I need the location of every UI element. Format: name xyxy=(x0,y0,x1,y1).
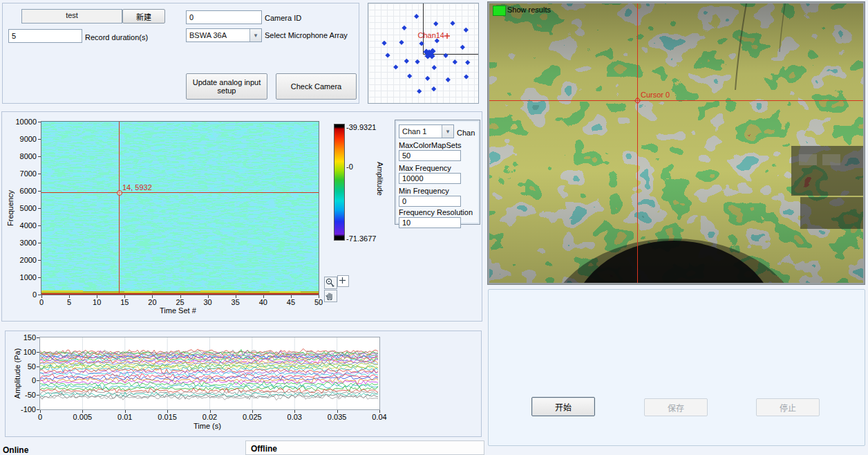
tick-mark xyxy=(152,295,153,298)
tick-mark xyxy=(38,295,41,295)
check-camera-button[interactable]: Check Camera xyxy=(276,73,357,100)
tick-mark xyxy=(38,156,41,157)
tick-mark xyxy=(125,410,126,413)
camera-cursor-vline[interactable] xyxy=(637,3,638,283)
tick-label: 0 xyxy=(31,298,52,306)
tick-mark xyxy=(263,295,264,298)
spectrogram-cursor-vline[interactable] xyxy=(119,122,120,295)
tick-mark xyxy=(37,352,39,353)
tick-label: 0.04 xyxy=(366,413,393,421)
tick-label: 15 xyxy=(114,298,135,306)
chan-dropdown[interactable]: Chan 1 ▾ xyxy=(399,124,454,138)
chevron-down-icon[interactable]: ▾ xyxy=(249,29,261,41)
tick-mark xyxy=(38,260,41,261)
stop-button-label: 停止 xyxy=(780,402,796,414)
tick-mark xyxy=(37,337,39,338)
zoom-tool-button[interactable] xyxy=(324,277,337,289)
chevron-down-icon[interactable]: ▾ xyxy=(442,125,453,138)
tick-label: 10000 xyxy=(8,118,37,126)
crosshair-tool-button[interactable] xyxy=(337,275,349,287)
min-freq-input[interactable] xyxy=(399,196,461,207)
max-colormap-label: MaxColorMapSets xyxy=(399,141,461,149)
tick-mark xyxy=(208,295,209,298)
save-button-label: 保存 xyxy=(668,402,684,414)
tick-mark xyxy=(124,295,125,298)
tick-label: 8000 xyxy=(8,152,37,160)
setup-panel: test 新建 Record duration(s) Camera ID BSW… xyxy=(2,3,359,104)
new-session-button[interactable]: 新建 xyxy=(122,9,165,24)
max-freq-label: Max Frequency xyxy=(399,164,451,172)
tick-mark xyxy=(37,366,39,367)
camera-cursor-hline[interactable] xyxy=(489,100,863,101)
tick-label: 4000 xyxy=(8,221,37,230)
tick-mark xyxy=(38,277,41,278)
spectrogram-cursor-readout: 14, 5932 xyxy=(122,183,152,192)
tick-mark xyxy=(210,410,211,413)
tick-label: 5 xyxy=(59,298,79,306)
new-session-button-label: 新建 xyxy=(136,11,151,22)
tick-mark xyxy=(38,225,41,226)
tick-label: 50 xyxy=(308,298,329,306)
tick-label: 100 xyxy=(8,348,36,356)
tick-mark xyxy=(38,243,41,243)
tick-label: 0.005 xyxy=(68,413,96,421)
tick-mark xyxy=(41,295,42,298)
stop-button[interactable]: 停止 xyxy=(756,398,820,416)
show-results-checkbox[interactable] xyxy=(493,6,506,16)
max-colormap-input[interactable] xyxy=(399,150,461,161)
tick-label: 50 xyxy=(8,362,36,371)
tick-mark xyxy=(38,122,41,122)
tick-label: 0.02 xyxy=(196,413,224,421)
spectrogram-panel: 14, 5932 Frequency Time Set # -39.9321 -… xyxy=(1,111,482,322)
tick-mark xyxy=(167,410,168,413)
spectrogram-cursor-marker[interactable] xyxy=(117,190,122,196)
tick-mark xyxy=(37,409,39,410)
status-offline: Offline xyxy=(251,444,277,454)
tick-mark xyxy=(38,208,41,209)
tick-mark xyxy=(37,380,39,381)
camera-image[interactable] xyxy=(489,3,863,283)
freq-resolution-input[interactable] xyxy=(399,217,461,228)
freq-resolution-label: Frequency Resolution xyxy=(399,208,473,216)
spectrogram-plot[interactable] xyxy=(41,121,319,295)
array-geometry-plot xyxy=(368,3,478,103)
tick-label: 10 xyxy=(86,298,107,306)
tick-label: 30 xyxy=(198,298,218,306)
tick-label: 9000 xyxy=(8,135,37,143)
analysis-controls-panel: Chan 1 ▾ Chan MaxColorMapSets Max Freque… xyxy=(395,120,480,225)
colorbar-title: Amplitude xyxy=(376,162,384,196)
tick-mark xyxy=(379,410,380,413)
crosshair-plus-icon xyxy=(338,276,347,285)
tick-mark xyxy=(38,174,41,174)
tick-label: 25 xyxy=(170,298,191,306)
tick-mark xyxy=(291,295,292,298)
record-duration-input[interactable] xyxy=(8,29,82,43)
tick-label: 1000 xyxy=(8,273,37,281)
mic-array-value: BSWA 36A xyxy=(187,31,249,39)
camera-cursor-label: Cursor 0 xyxy=(641,91,670,99)
tick-label: 0 xyxy=(26,413,54,421)
colorbar-min-label: -71.3677 xyxy=(346,234,376,243)
save-button[interactable]: 保存 xyxy=(644,398,708,416)
camera-id-input[interactable] xyxy=(186,10,262,24)
max-freq-input[interactable] xyxy=(399,173,461,184)
tick-label: 40 xyxy=(253,298,274,306)
spectrogram-cursor-hline[interactable] xyxy=(41,192,319,193)
tick-mark xyxy=(236,295,236,298)
tick-mark xyxy=(252,410,253,413)
mic-array-dropdown[interactable]: BSWA 36A ▾ xyxy=(186,28,262,42)
update-analog-input-button[interactable]: Update analog input setup xyxy=(186,73,267,100)
session-name-field[interactable]: test xyxy=(21,9,122,24)
tick-mark xyxy=(97,295,97,298)
chan-dropdown-value: Chan 1 xyxy=(399,127,442,136)
tick-label: 7000 xyxy=(8,169,37,178)
tick-mark xyxy=(337,410,338,413)
waveform-plot[interactable] xyxy=(39,337,380,410)
tick-mark xyxy=(37,395,39,396)
array-highlight-label: Chan14 xyxy=(414,31,444,39)
start-button[interactable]: 开始 xyxy=(531,397,595,416)
tick-label: 3000 xyxy=(8,239,37,247)
tick-mark xyxy=(69,295,70,298)
session-name-value: test xyxy=(66,11,78,19)
update-analog-input-button-label: Update analog input setup xyxy=(188,78,265,95)
